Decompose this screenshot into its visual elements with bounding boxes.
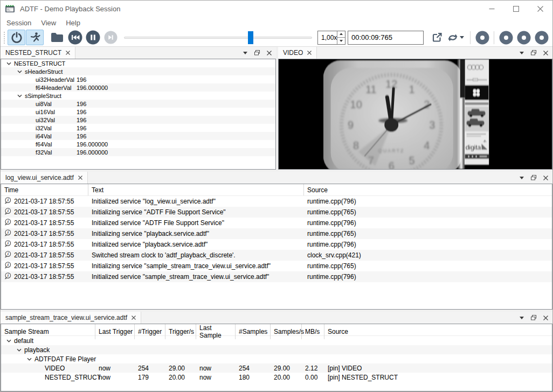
panel-float-button[interactable] bbox=[252, 48, 262, 58]
trace-cell: now bbox=[196, 374, 236, 381]
record-button-4[interactable] bbox=[534, 30, 549, 45]
panel-float-button[interactable] bbox=[529, 173, 538, 183]
column-header-last-trigger[interactable]: Last Trigger bbox=[95, 324, 135, 339]
speed-value[interactable]: 1,00x bbox=[318, 31, 337, 44]
video-panel: VIDEO bbox=[278, 47, 552, 170]
tab-nested-struct[interactable]: NESTED_STRUCT bbox=[1, 47, 75, 59]
minimize-button[interactable] bbox=[480, 1, 504, 17]
tab-close-icon[interactable] bbox=[78, 176, 82, 180]
tree-row[interactable]: i32Val196 bbox=[1, 124, 275, 132]
log-row[interactable]: i2021-03-17 18:57:55Initialized service … bbox=[1, 239, 552, 250]
log-row[interactable]: i2021-03-17 18:57:55Initializing service… bbox=[1, 207, 552, 218]
svg-text:QUARTZ: QUARTZ bbox=[378, 148, 405, 153]
expand-chevron-icon[interactable] bbox=[14, 94, 25, 97]
panel-float-button[interactable] bbox=[529, 48, 538, 58]
trace-row[interactable]: NESTED_STRUCTnow17920.00now18020.000.00[… bbox=[1, 373, 552, 382]
tab-video[interactable]: VIDEO bbox=[278, 47, 317, 59]
tab-close-icon[interactable] bbox=[66, 51, 70, 55]
panel-close-button[interactable] bbox=[541, 313, 550, 323]
tree-item-label: NESTED_STRUCT bbox=[14, 60, 65, 67]
tree-row[interactable]: sHeaderStruct bbox=[1, 67, 275, 75]
trace-row[interactable]: VIDEOnow25429.00now25429.002.12[pin] VID… bbox=[1, 363, 552, 373]
stream-name: default bbox=[14, 337, 33, 345]
speed-spinbox[interactable]: 1,00x bbox=[317, 31, 345, 45]
panel-menu-button[interactable] bbox=[240, 48, 250, 58]
tree-row[interactable]: i64Val196 bbox=[1, 132, 275, 140]
column-header--samples[interactable]: #Samples bbox=[236, 324, 271, 339]
timeline-slider-track[interactable] bbox=[124, 37, 312, 39]
tree-row[interactable]: sSimpleStruct bbox=[1, 92, 275, 100]
column-header-source[interactable]: Source bbox=[304, 184, 552, 195]
tab-log-view[interactable]: log_view.ui_service.adtf bbox=[1, 172, 88, 184]
repeat-button[interactable] bbox=[446, 30, 467, 45]
panel-close-button[interactable] bbox=[541, 48, 550, 58]
panel-menu-button[interactable] bbox=[517, 48, 527, 58]
log-table-header[interactable]: TimeTextSource bbox=[1, 184, 552, 196]
column-header-samples-s[interactable]: Samples/s bbox=[271, 324, 302, 339]
record-icon bbox=[499, 31, 513, 45]
open-external-button[interactable] bbox=[428, 30, 446, 45]
expand-chevron-icon[interactable] bbox=[24, 358, 34, 361]
repeat-dropdown-icon[interactable] bbox=[460, 36, 464, 39]
tree-row[interactable]: NESTED_STRUCT bbox=[1, 59, 275, 67]
tree-row[interactable]: f32Val196.000000 bbox=[1, 148, 275, 156]
expand-chevron-icon[interactable] bbox=[13, 348, 24, 352]
tab-trace-view[interactable]: sample_stream_trace_view.ui_service.adtf bbox=[1, 312, 141, 324]
column-header-text[interactable]: Text bbox=[88, 184, 304, 195]
menu-view[interactable]: View bbox=[36, 18, 61, 28]
toolbar-drag-handle[interactable] bbox=[3, 31, 6, 44]
tree-row[interactable]: f64HeaderVal196.000000 bbox=[1, 83, 275, 92]
menu-session[interactable]: Session bbox=[2, 18, 36, 28]
column-header-source[interactable]: Source bbox=[324, 324, 552, 339]
tree-row[interactable]: ui32Val196 bbox=[1, 116, 275, 124]
pause-button[interactable] bbox=[86, 30, 100, 45]
log-row[interactable]: i2021-03-17 18:57:55Initializing service… bbox=[1, 228, 552, 239]
expand-chevron-icon[interactable] bbox=[14, 70, 25, 73]
trace-cell: 254 bbox=[135, 365, 165, 372]
speed-increase-button[interactable] bbox=[337, 31, 345, 38]
tree-row[interactable]: ui8Val196 bbox=[1, 100, 275, 108]
window-title: ADTF - Demo Playback Session bbox=[20, 5, 120, 13]
open-session-button[interactable] bbox=[48, 30, 66, 45]
record-button-1[interactable] bbox=[475, 30, 489, 45]
power-toggle-button[interactable] bbox=[8, 30, 25, 45]
log-row[interactable]: i2021-03-17 18:57:55Initialized service … bbox=[1, 218, 552, 228]
tab-close-icon[interactable] bbox=[132, 316, 136, 320]
record-button-2[interactable] bbox=[499, 30, 513, 45]
maximize-button[interactable] bbox=[504, 1, 528, 17]
log-row[interactable]: i2021-03-17 18:57:55Initialized service … bbox=[1, 196, 552, 207]
close-button[interactable] bbox=[528, 1, 552, 17]
panel-float-button[interactable] bbox=[529, 313, 538, 323]
tree-row[interactable]: ui32HeaderVal196 bbox=[1, 75, 275, 83]
trace-table-header[interactable]: Sample StreamLast Trigger#TriggerTrigger… bbox=[1, 324, 552, 336]
time-position-field[interactable]: 00:00:09:765 bbox=[348, 31, 424, 45]
tree-item-label: ui32HeaderVal bbox=[36, 76, 74, 83]
trace-row[interactable]: playback bbox=[1, 345, 552, 354]
tab-close-icon[interactable] bbox=[307, 51, 312, 55]
panel-close-button[interactable] bbox=[264, 48, 274, 58]
column-header-time[interactable]: Time bbox=[1, 184, 88, 195]
column-header-trigger-s[interactable]: Trigger/s bbox=[165, 324, 196, 339]
column-header-last-sample[interactable]: Last Sample bbox=[196, 324, 236, 339]
timeline-slider[interactable] bbox=[124, 31, 312, 45]
menu-help[interactable]: Help bbox=[61, 18, 85, 28]
panel-close-button[interactable] bbox=[541, 173, 550, 183]
column-header--trigger[interactable]: #Trigger bbox=[135, 324, 165, 339]
step-forward-button[interactable] bbox=[103, 30, 118, 45]
expand-chevron-icon[interactable] bbox=[3, 339, 14, 342]
tree-row[interactable]: ui16Val196 bbox=[1, 108, 275, 116]
panel-menu-button[interactable] bbox=[517, 173, 527, 183]
column-header-mb-s[interactable]: MB/s bbox=[302, 324, 324, 339]
log-row[interactable]: i2021-03-17 18:57:55Initialized service … bbox=[1, 271, 552, 282]
run-toggle-button[interactable] bbox=[26, 30, 44, 45]
log-row[interactable]: i2021-03-17 18:57:55Initializing service… bbox=[1, 261, 552, 271]
skip-backward-button[interactable] bbox=[68, 30, 82, 45]
panel-menu-button[interactable] bbox=[517, 313, 527, 323]
speed-decrease-button[interactable] bbox=[337, 38, 345, 44]
record-button-3[interactable] bbox=[516, 30, 531, 45]
log-row[interactable]: i2021-03-17 18:57:55Switched stream cloc… bbox=[1, 250, 552, 261]
timeline-slider-handle[interactable] bbox=[248, 31, 253, 44]
trace-row[interactable]: ADTFDAT File Player bbox=[1, 354, 552, 363]
tree-row[interactable]: f64Val196.000000 bbox=[1, 140, 275, 148]
expand-chevron-icon[interactable] bbox=[3, 62, 14, 65]
